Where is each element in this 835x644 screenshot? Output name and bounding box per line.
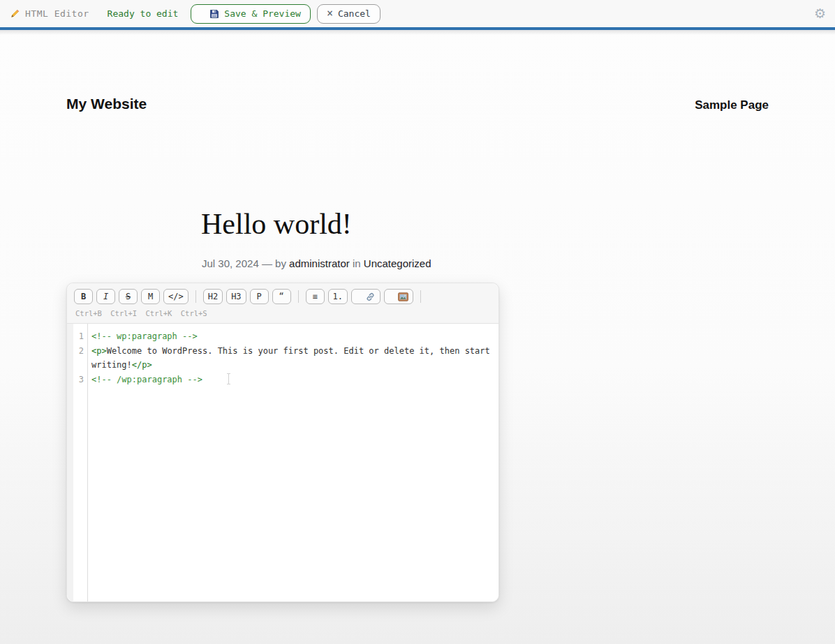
unordered-list-button[interactable]: ≡: [306, 289, 325, 304]
link-button[interactable]: [351, 289, 380, 304]
editor-toolbar: B I S M </> H2 H3 P “ ≡ 1.: [67, 283, 498, 324]
code-segment-tag: <p>: [91, 346, 107, 356]
floppy-disk-icon: [209, 9, 219, 19]
cancel-button[interactable]: × Cancel: [317, 4, 380, 24]
meta-dash: —: [262, 257, 272, 269]
code-line: 1<!-- wp:paragraph -->: [67, 329, 498, 344]
chain-link-icon: [365, 292, 376, 302]
toolbar-separator: [420, 290, 421, 303]
code-editor[interactable]: 1<!-- wp:paragraph -->2<p>Welcome to Wor…: [67, 324, 498, 601]
code-segment-comment: <!-- /wp:paragraph -->: [91, 375, 202, 384]
post-date: Jul 30, 2024: [202, 257, 259, 269]
image-button[interactable]: [384, 289, 413, 304]
cancel-label: Cancel: [338, 8, 371, 19]
code-lines: 1<!-- wp:paragraph -->2<p>Welcome to Wor…: [67, 324, 498, 387]
save-preview-button[interactable]: Save & Preview: [191, 4, 311, 24]
author-link[interactable]: administrator: [289, 257, 350, 269]
code-button[interactable]: </>: [163, 289, 189, 304]
html-editor-panel: B I S M </> H2 H3 P “ ≡ 1.: [66, 283, 499, 602]
code-line: 2<p>Welcome to WordPress. This is your f…: [67, 344, 498, 373]
code-segment-comment: <!-- wp:paragraph -->: [91, 331, 198, 341]
toolbar-separator: [298, 290, 299, 303]
bold-button[interactable]: B: [74, 289, 93, 304]
framed-picture-icon: [398, 292, 408, 301]
line-number: 1: [67, 329, 87, 344]
h3-button[interactable]: H3: [226, 289, 246, 304]
category-link[interactable]: Uncategorized: [364, 257, 431, 269]
toolbar-separator: [195, 290, 196, 303]
gear-icon[interactable]: ⚙: [814, 6, 826, 21]
editor-topbar: HTML Editor Ready to edit Save & Preview…: [0, 0, 835, 27]
italic-button[interactable]: I: [96, 289, 115, 304]
site-title-link[interactable]: My Website: [66, 96, 147, 112]
meta-in-label: in: [353, 257, 361, 269]
mark-button[interactable]: M: [141, 289, 160, 304]
post-meta: Jul 30, 2024 — by administrator in Uncat…: [202, 257, 431, 269]
pencil-icon: [9, 8, 20, 20]
code-line: 3<!-- /wp:paragraph -->: [67, 373, 498, 387]
paragraph-button[interactable]: P: [250, 289, 269, 304]
text-cursor-ibeam: [226, 373, 231, 385]
format-button-row: B I S M </> H2 H3 P “ ≡ 1.: [74, 289, 492, 304]
status-text: Ready to edit: [108, 8, 179, 19]
line-number: 2: [67, 344, 87, 359]
code-line-text[interactable]: <!-- wp:paragraph -->: [87, 329, 498, 344]
meta-by-label: by: [275, 257, 286, 269]
app-title: HTML Editor: [25, 8, 89, 19]
code-line-text[interactable]: <!-- /wp:paragraph -->: [87, 373, 498, 387]
nav-link-sample-page[interactable]: Sample Page: [695, 98, 769, 112]
quote-button[interactable]: “: [272, 289, 291, 304]
line-number: 3: [67, 373, 87, 387]
save-preview-label: Save & Preview: [224, 8, 301, 19]
site-preview: My Website Sample Page Hello world! Jul …: [0, 30, 835, 644]
code-line-text[interactable]: <p>Welcome to WordPress. This is your fi…: [87, 344, 498, 373]
h2-button[interactable]: H2: [203, 289, 223, 304]
x-icon: ×: [327, 8, 333, 19]
accent-divider: [0, 27, 835, 30]
strikethrough-button[interactable]: S: [119, 289, 138, 304]
post-title: Hello world!: [201, 207, 352, 241]
code-segment-tag: </p>: [132, 360, 152, 370]
shortcut-hints: Ctrl+B Ctrl+I Ctrl+K Ctrl+S: [74, 309, 492, 317]
ordered-list-button[interactable]: 1.: [328, 289, 348, 304]
